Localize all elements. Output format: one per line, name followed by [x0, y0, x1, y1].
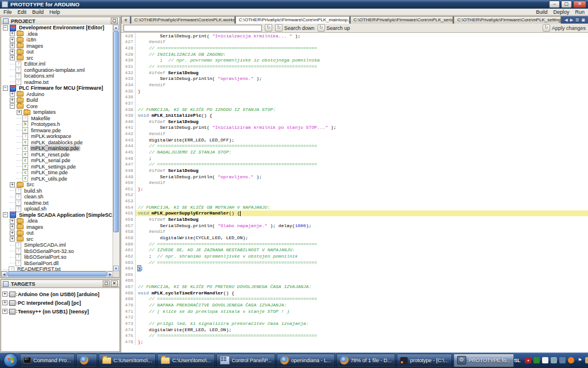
tree-item[interactable]: +src: [1, 55, 113, 62]
tree-item[interactable]: cmPLK_reset.pde: [1, 152, 113, 158]
code-line[interactable]: 432 #ifdef SerialDebug: [121, 70, 588, 76]
project-panel-restore-button[interactable]: ▢: [111, 18, 118, 24]
code-line[interactable]: 469 // =================================…: [121, 296, 588, 302]
code-line[interactable]: 426 SerialDebug.print( "Inicialzacija kr…: [121, 33, 588, 39]
taskbar-button[interactable]: 78% of 1 file - D...: [336, 354, 396, 367]
code-line[interactable]: 452: [121, 192, 588, 198]
tree-item[interactable]: cmPLK_serial.pde: [1, 158, 113, 164]
code-line[interactable]: 461 // IZVEDE SE, KO JE ZAZNANA NESTABIL…: [121, 247, 588, 253]
tree-item[interactable]: ?clean.sh: [1, 194, 113, 200]
tree-item[interactable]: cmPLK_utils.pde: [1, 176, 113, 182]
tree-item[interactable]: +out: [1, 49, 113, 55]
tree-item[interactable]: ?libSerialPort.dll: [1, 260, 113, 267]
messenger-icon[interactable]: [542, 357, 548, 363]
scroll-left-icon[interactable]: ◀: [1, 271, 7, 277]
expand-icon[interactable]: +: [10, 91, 15, 97]
expand-icon[interactable]: +: [10, 55, 15, 60]
code-line[interactable]: 450 #endif: [121, 179, 588, 186]
tree-item[interactable]: +Build: [1, 97, 113, 103]
code-line[interactable]: 460 // =================================…: [121, 241, 588, 247]
code-line[interactable]: 436: [121, 94, 588, 100]
action-center-icon[interactable]: ⚑: [577, 357, 583, 363]
tree-item[interactable]: ?SimpleSCADA.iml: [1, 242, 113, 248]
menu-item-deploy[interactable]: Deploy: [553, 9, 569, 15]
taskbar-button[interactable]: C:\Users\tomo\...: [157, 354, 215, 367]
code-line[interactable]: 465: [121, 271, 588, 278]
expand-icon[interactable]: +: [2, 300, 7, 305]
code-line[interactable]: 437: [121, 100, 588, 106]
code-line[interactable]: 441 SerialDebug.print( "Inicializiram kr…: [121, 125, 588, 131]
menu-item-file[interactable]: File: [3, 9, 12, 15]
target-item[interactable]: +Teensy++ (on USB1) [teensy]: [2, 307, 118, 316]
code-line[interactable]: 463 // =================================…: [121, 259, 588, 266]
expand-icon[interactable]: +: [10, 224, 15, 229]
taskbar-button[interactable]: [76, 354, 97, 367]
code-line[interactable]: 472: [121, 314, 588, 320]
project-tree-hscrollbar[interactable]: ◀ ▶: [1, 271, 113, 277]
close-button[interactable]: ✕: [573, 1, 586, 8]
search-down-button[interactable]: ↻ Search down: [275, 24, 315, 32]
tree-item[interactable]: ?mPLK.workspace: [1, 133, 113, 140]
tree-item[interactable]: +Src: [1, 182, 113, 188]
code-editor[interactable]: 426 SerialDebug.print( "Inicialzacija kr…: [121, 33, 588, 352]
editor-tab[interactable]: C:\OTHER\Privat\plc\Firmware\Core\mPLK_s…: [454, 16, 561, 24]
taskbar-button[interactable]: C:\Users\tomo\...: [99, 354, 156, 367]
hscroll-thumb[interactable]: [7, 271, 107, 277]
editor-tab[interactable]: C:\OTHER\Privat\plc\Firmware\Core\mPLK.w…: [131, 16, 235, 24]
code-line[interactable]: 470 // NAPAKA PREKORAČITVE DOVOLJENEGA Č…: [121, 302, 588, 308]
taskbar-button[interactable]: C:\Command Pro...: [20, 354, 75, 367]
project-tree-vscrollbar[interactable]: ▲ ▼: [113, 25, 119, 271]
tree-item[interactable]: ?upload.sh: [1, 206, 113, 212]
tab-scroll-right-icon[interactable]: ▶: [570, 18, 573, 22]
tree-item[interactable]: +.idea: [1, 218, 113, 224]
code-line[interactable]: 456 #ifdef SerialDebug: [121, 216, 588, 223]
tree-item[interactable]: +i18n: [1, 37, 113, 43]
tree-item[interactable]: −Development Environment [Editor]: [1, 25, 113, 31]
expand-icon[interactable]: +: [10, 236, 15, 241]
project-panel-header[interactable]: PROJECT ▢: [1, 17, 119, 25]
collapse-icon[interactable]: −: [3, 25, 8, 30]
scroll-up-icon[interactable]: ▲: [113, 25, 119, 30]
code-line[interactable]: 429 // INICIALIZACIJA OB ZAGONU:: [121, 51, 588, 57]
collapse-icon[interactable]: −: [10, 103, 15, 109]
code-line[interactable]: 455void mPLK_powerSupplyErrorHandler() {: [121, 210, 588, 217]
tab-scroll-left-icon[interactable]: ◀: [564, 18, 567, 22]
target-item[interactable]: +Arduino One (on USB0) [arduino]: [2, 290, 118, 298]
expand-icon[interactable]: +: [17, 110, 22, 115]
firefox-updater-icon[interactable]: [568, 357, 574, 363]
pdf-reader-icon[interactable]: ▲: [525, 357, 531, 363]
code-line[interactable]: 448 #ifdef SerialDebug: [121, 167, 588, 174]
tree-item[interactable]: cmPLK_mainloop.pde: [1, 145, 113, 152]
code-line[interactable]: 459 digitalWrite(CYCLE_LED, LED_ON);: [121, 235, 588, 241]
code-line[interactable]: 435}: [121, 88, 588, 94]
code-line[interactable]: 446 ;: [121, 155, 588, 162]
tree-item[interactable]: cmPLK_datablocks.pde: [1, 140, 113, 146]
expand-icon[interactable]: +: [10, 31, 15, 36]
tree-item[interactable]: ?readme.txt: [1, 79, 113, 86]
menu-item-run[interactable]: Run: [575, 9, 585, 15]
code-line[interactable]: 438// FUNKCIJA, KI SE KLIČE PO IZHODU IZ…: [121, 106, 588, 113]
target-item[interactable]: +PC Interpreted (local) [pc]: [2, 298, 118, 307]
code-line[interactable]: 457 SerialDebug.println( "Slabo napajanj…: [121, 223, 588, 229]
tree-item[interactable]: hPrototypes.h: [1, 121, 113, 128]
search-input[interactable]: [123, 25, 262, 32]
code-line[interactable]: 430 ; // npr. povrnemo spremenljivke iz …: [121, 57, 588, 64]
vm-icon[interactable]: [533, 357, 540, 363]
maximize-button[interactable]: ▢: [561, 1, 572, 8]
expand-icon[interactable]: +: [10, 49, 15, 55]
collapse-icon[interactable]: −: [3, 212, 8, 217]
search-up-button[interactable]: ↻ Search up: [318, 24, 350, 32]
expand-icon[interactable]: +: [2, 292, 7, 297]
start-button[interactable]: [3, 353, 18, 367]
editor-tab[interactable]: C:\OTHER\Privat\plc\Firmware\Core\mPLK_m…: [235, 16, 350, 24]
code-line[interactable]: 444 // =================================…: [121, 143, 588, 150]
apply-changes-button[interactable]: ↻ Apply changes: [543, 24, 586, 32]
taskbar-button[interactable]: openindiana - L...: [277, 354, 335, 367]
editor-tab[interactable]: C:\OTHER\Privat\plc\Firmware\Core\mPLK_s…: [350, 16, 454, 24]
code-line[interactable]: 462 ; // npr. shranimo spremenljivke v o…: [121, 253, 588, 259]
code-line[interactable]: 454// FUNKCIJA, KI SE KLIČE OB MOTNJAH V…: [121, 204, 588, 210]
tree-item[interactable]: ?readme.txt: [1, 200, 113, 206]
code-line[interactable]: 428 // =================================…: [121, 45, 588, 51]
tree-item[interactable]: ?locations.xml: [1, 73, 113, 79]
code-line[interactable]: 467// FUNKCIJA, KI SE KLIČE PO PRETEKU D…: [121, 283, 588, 290]
